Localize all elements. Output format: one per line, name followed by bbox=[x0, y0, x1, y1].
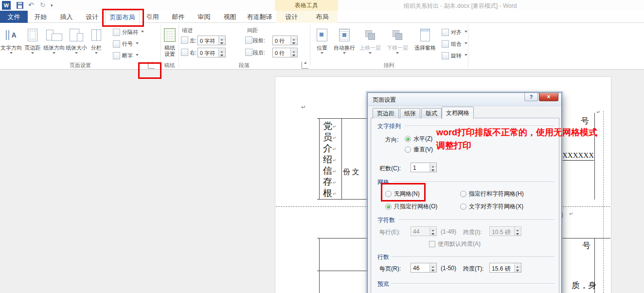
undo-icon[interactable]: ↶ bbox=[28, 1, 34, 9]
line-numbers-button[interactable]: 行号 bbox=[113, 39, 139, 48]
line-numbers-icon bbox=[113, 40, 120, 48]
spinner-down-icon[interactable] bbox=[291, 53, 297, 57]
spinner-down-icon[interactable] bbox=[515, 268, 521, 272]
manuscript-grid-icon bbox=[161, 25, 179, 45]
checkbox-box[interactable] bbox=[429, 241, 435, 247]
spinner-arrows bbox=[429, 227, 436, 236]
spinner-up-icon[interactable] bbox=[291, 36, 297, 40]
table-border-line bbox=[317, 199, 368, 200]
spinner-down-icon bbox=[515, 231, 521, 236]
tab-insert[interactable]: 插入 bbox=[54, 11, 79, 23]
spinner-arrows[interactable] bbox=[218, 36, 225, 45]
dialog-tab-margins[interactable]: 页边距 bbox=[373, 108, 399, 118]
cut-dashed-line bbox=[563, 206, 610, 207]
tab-file[interactable]: 文件 bbox=[0, 11, 28, 23]
margins-button[interactable]: 页边距 bbox=[22, 25, 43, 55]
section-chars: 字符数 bbox=[377, 216, 395, 224]
radio-horizontal[interactable]: 水平(Z) bbox=[405, 135, 432, 143]
columns-count-spinner[interactable]: 1 bbox=[411, 163, 437, 172]
dialog-tab-doc-grid[interactable]: 文档网格 bbox=[442, 107, 474, 119]
spinner-down-icon[interactable] bbox=[291, 40, 297, 45]
indent-left-icon bbox=[181, 37, 188, 44]
group-objects-button[interactable]: 组合 bbox=[442, 39, 467, 48]
spinner-up-icon[interactable] bbox=[219, 36, 225, 40]
wrap-text-button[interactable]: 自动换行 bbox=[333, 25, 356, 55]
align-button[interactable]: 对齐 bbox=[442, 28, 467, 37]
send-backward-button[interactable]: 下移一层 bbox=[384, 25, 411, 55]
paragraph-dialog-launcher[interactable] bbox=[302, 62, 308, 69]
indent-left-spinner[interactable]: 0 字符 bbox=[197, 36, 226, 45]
hyphenation-button[interactable]: 断字 bbox=[113, 51, 139, 60]
qat-customize-icon[interactable]: ▾ bbox=[51, 3, 53, 8]
indent-left-label: 左: bbox=[190, 37, 197, 44]
group-caption-page-setup: 页面设置 bbox=[0, 62, 161, 69]
dialog-help-button[interactable]: ? bbox=[524, 93, 538, 101]
table-border-line bbox=[594, 113, 595, 200]
tab-youdao[interactable]: 有道翻译 bbox=[243, 11, 276, 23]
position-button[interactable]: 位置 bbox=[312, 25, 332, 55]
spinner-arrows[interactable] bbox=[218, 48, 225, 57]
highlight-box-page-layout-tab bbox=[102, 9, 144, 27]
dialog-tab-paper[interactable]: 纸张 bbox=[400, 108, 420, 118]
radio-circle[interactable] bbox=[405, 136, 411, 142]
radio-circle[interactable] bbox=[385, 203, 392, 210]
selection-pane-button[interactable]: 选择窗格 bbox=[411, 25, 439, 51]
orientation-icon bbox=[43, 25, 65, 45]
radio-vertical[interactable]: 垂直(V) bbox=[405, 146, 433, 154]
page-size-button[interactable]: 纸张大小 bbox=[65, 25, 88, 55]
bring-forward-button[interactable]: 上移一层 bbox=[357, 25, 383, 55]
radio-circle[interactable] bbox=[460, 191, 466, 197]
text-direction-button[interactable]: 文字方向 bbox=[0, 25, 22, 55]
tab-review[interactable]: 审阅 bbox=[191, 11, 217, 23]
tab-view[interactable]: 视图 bbox=[217, 11, 243, 23]
rotate-button[interactable]: 旋转 bbox=[442, 51, 467, 60]
spinner-up-icon[interactable] bbox=[219, 48, 225, 53]
spinner-up-icon[interactable] bbox=[291, 48, 297, 53]
save-icon[interactable] bbox=[17, 2, 23, 9]
indent-right-spinner[interactable]: 0 字符 bbox=[197, 48, 226, 57]
per-line-label: 每行(E): bbox=[379, 228, 400, 237]
default-pitch-checkbox[interactable]: 使用默认跨度(A) bbox=[429, 240, 481, 248]
tab-design[interactable]: 设计 bbox=[79, 11, 105, 23]
tab-table-layout[interactable]: 布局 bbox=[307, 11, 338, 23]
spinner-down-icon[interactable] bbox=[430, 167, 436, 172]
line-pitch-spinner[interactable]: 15.6 磅 bbox=[489, 263, 521, 273]
breaks-button[interactable]: 分隔符 bbox=[113, 28, 144, 37]
linebreak-mark: ↵ bbox=[333, 146, 337, 151]
spinner-up-icon[interactable] bbox=[515, 263, 521, 268]
spacing-before-spinner[interactable]: 0 行 bbox=[272, 36, 298, 45]
indent-right-label: 右: bbox=[190, 49, 197, 56]
radio-lines-and-chars[interactable]: 指定行和字符网格(H) bbox=[460, 190, 524, 198]
tab-home[interactable]: 开始 bbox=[28, 11, 54, 23]
per-page-spinner[interactable]: 46 bbox=[411, 263, 437, 273]
spinner-arrows[interactable] bbox=[290, 36, 297, 45]
spinner-up-icon[interactable] bbox=[430, 263, 436, 268]
radio-char-align[interactable]: 文字对齐字符网格(X) bbox=[460, 202, 523, 211]
spinner-arrows bbox=[514, 227, 521, 236]
tab-mailings[interactable]: 邮件 bbox=[165, 11, 191, 23]
spinner-arrows[interactable] bbox=[290, 48, 297, 57]
redo-icon[interactable]: ↻ bbox=[40, 1, 46, 9]
spinner-down-icon bbox=[430, 231, 436, 236]
spinner-down-icon[interactable] bbox=[219, 53, 225, 57]
spinner-up-icon[interactable] bbox=[430, 163, 436, 167]
word-logo-icon[interactable]: W bbox=[2, 1, 11, 10]
dialog-tab-layout[interactable]: 版式 bbox=[421, 108, 442, 118]
spinner-down-icon[interactable] bbox=[430, 268, 436, 272]
spinner-arrows[interactable] bbox=[514, 263, 521, 272]
radio-circle[interactable] bbox=[405, 146, 411, 153]
spinner-arrows[interactable] bbox=[429, 163, 436, 172]
spinner-arrows[interactable] bbox=[429, 263, 436, 272]
spinner-down-icon[interactable] bbox=[219, 40, 225, 45]
radio-circle[interactable] bbox=[460, 203, 466, 210]
indent-right-icon bbox=[181, 49, 188, 56]
radio-lines-only[interactable]: 只指定行网格(O) bbox=[385, 202, 437, 211]
dropdown-arrow-icon bbox=[369, 52, 372, 55]
spacing-after-spinner[interactable]: 0 行 bbox=[272, 48, 298, 57]
dialog-close-button[interactable]: × bbox=[539, 93, 558, 101]
hyphenation-icon bbox=[113, 52, 120, 59]
orientation-button[interactable]: 纸张方向 bbox=[43, 25, 65, 55]
tab-table-design[interactable]: 设计 bbox=[276, 11, 307, 23]
columns-button[interactable]: 分栏 bbox=[88, 25, 105, 55]
manuscript-settings-button[interactable]: 稿纸 设置 bbox=[161, 25, 179, 57]
